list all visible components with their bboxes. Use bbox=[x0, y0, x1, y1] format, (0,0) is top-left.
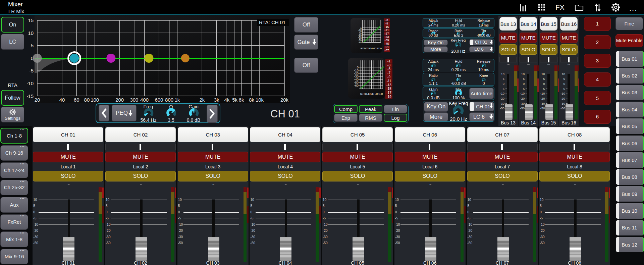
svg-text:20: 20 bbox=[35, 97, 40, 103]
svg-text:-60-50-40-30-20-100: -60-50-40-30-20-100 bbox=[360, 92, 383, 96]
svg-text:800: 800 bbox=[165, 97, 173, 103]
svg-text:6k: 6k bbox=[239, 97, 244, 103]
svg-text:-10: -10 bbox=[27, 81, 34, 86]
svg-text:-80-70-60-50-40-30-20-10 0: -80-70-60-50-40-30-20-10 0 bbox=[360, 47, 382, 50]
svg-text:RTA: CH 01: RTA: CH 01 bbox=[259, 19, 285, 25]
svg-text:-80: -80 bbox=[358, 41, 362, 44]
svg-text:-15: -15 bbox=[27, 93, 34, 99]
svg-text:200: 200 bbox=[115, 97, 124, 103]
svg-text:15: 15 bbox=[28, 17, 34, 23]
svg-text:3k: 3k bbox=[214, 97, 219, 103]
svg-text:2k: 2k bbox=[199, 97, 205, 103]
svg-text:-5: -5 bbox=[29, 68, 34, 73]
svg-text:8k: 8k bbox=[249, 97, 254, 103]
svg-text:5k: 5k bbox=[232, 97, 237, 103]
svg-text:20k: 20k bbox=[280, 97, 289, 103]
svg-text:10k: 10k bbox=[256, 97, 264, 103]
svg-text:1k: 1k bbox=[174, 97, 180, 103]
svg-text:400: 400 bbox=[140, 97, 149, 103]
svg-text:-60: -60 bbox=[354, 84, 359, 87]
svg-text:300: 300 bbox=[130, 97, 138, 103]
svg-text:5: 5 bbox=[31, 43, 34, 48]
svg-text:40: 40 bbox=[59, 97, 65, 103]
svg-text:4k: 4k bbox=[224, 97, 229, 103]
svg-text:600: 600 bbox=[155, 97, 163, 103]
svg-text:10: 10 bbox=[28, 30, 34, 36]
svg-text:80: 80 bbox=[84, 97, 90, 103]
svg-text:100: 100 bbox=[91, 97, 99, 103]
svg-text:60: 60 bbox=[74, 97, 79, 103]
